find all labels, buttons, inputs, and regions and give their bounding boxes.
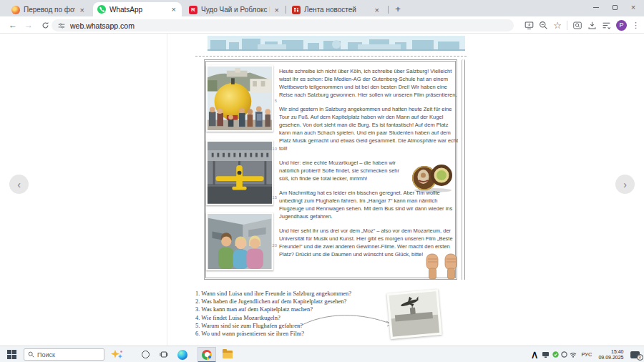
search-input[interactable] (37, 351, 94, 358)
line-number: 15 (270, 195, 277, 200)
tray-app-icon[interactable] (541, 346, 550, 362)
language-indicator[interactable]: РУС (578, 346, 595, 362)
tab-news-feed[interactable]: Лента новостей × (288, 3, 385, 16)
tab-favicon-translate-icon (11, 6, 20, 14)
search-tabs-icon[interactable] (572, 21, 582, 30)
textbook-page-image: Heute schreibe ich nicht über Köln, ich … (195, 36, 474, 343)
downloads-icon[interactable] (587, 21, 597, 30)
taskbar-search[interactable] (24, 348, 104, 361)
start-button[interactable] (7, 350, 16, 359)
bookmark-star-icon[interactable]: ☆ (553, 20, 562, 31)
previous-image-button[interactable]: ‹ (9, 175, 29, 194)
chrome-icon (202, 350, 212, 360)
tab-title: WhatsApp (109, 6, 167, 14)
address-bar[interactable]: web.whatsapp.com (52, 19, 514, 31)
notification-badge: 3 (637, 354, 643, 361)
crossed-fingers-fists-image (424, 253, 460, 280)
cortana-button[interactable] (137, 348, 153, 361)
tray-date: 09.09.2025 (598, 355, 623, 361)
page-roll-edge (462, 59, 465, 280)
window-minimize-button[interactable] (588, 0, 604, 14)
notification-icon: 3 (630, 351, 640, 358)
airplane-photo (386, 289, 441, 339)
browser-tab-strip: Перевод по фото онлайн с ан × WhatsApp ×… (0, 0, 644, 16)
tab-title: Лента новостей (304, 6, 370, 14)
screen: Перевод по фото онлайн с ан × WhatsApp ×… (0, 0, 644, 362)
forward-button[interactable]: → (21, 18, 36, 32)
panel-divider (167, 34, 167, 346)
tab-close-icon[interactable]: × (170, 5, 177, 14)
profile-avatar[interactable]: P (616, 20, 627, 31)
tray-expand-button[interactable]: ∧ (530, 346, 540, 362)
install-app-icon[interactable] (525, 21, 534, 30)
rutube-favicon-icon: R (189, 6, 197, 14)
browser-menu-icon[interactable]: ⋮ (632, 21, 640, 30)
reload-icon (42, 21, 49, 29)
zoom-icon[interactable] (539, 21, 548, 30)
line-number: 5 (270, 99, 277, 103)
reload-button[interactable] (38, 18, 52, 32)
clock[interactable]: 15:40 09.09.2025 (595, 346, 627, 362)
site-settings-icon (58, 22, 65, 29)
toolbar-actions: ☆ P ⋮ (525, 16, 643, 34)
network-icon[interactable] (569, 346, 577, 362)
tab-photo-translate[interactable]: Перевод по фото онлайн с ан × (7, 3, 90, 16)
whatsapp-favicon-icon (97, 5, 106, 14)
chrome-button-active[interactable] (197, 347, 216, 362)
next-image-button[interactable]: › (615, 175, 635, 194)
task-view-icon (160, 351, 168, 358)
back-button[interactable]: ← (6, 18, 20, 32)
minimize-icon (593, 7, 599, 8)
tab-rutube[interactable]: R Чудо Чай и Роблокс Квин пр × (185, 3, 285, 16)
file-explorer-button[interactable] (223, 351, 233, 358)
question-item: 1. Wann sind Luisa und ihre Freunde in S… (195, 290, 404, 298)
friends-mozarteum-photo (206, 212, 273, 270)
tray-antivirus-icon[interactable] (551, 346, 560, 362)
letter-paragraph: Heute schreibe ich nicht über Köln, ich … (279, 67, 459, 99)
tab-separator (388, 6, 389, 14)
tab-title: Чудо Чай и Роблокс Квин пр (201, 6, 270, 14)
toolbar-separator (567, 21, 567, 30)
salzburg-panorama-photo (208, 36, 465, 51)
windows-logo-icon (7, 350, 11, 354)
letter-paragraph: Und hier: eine echte Mozartkugel – die h… (279, 159, 409, 182)
question-item: 2. Was haben die Jugendlichen auf dem Ka… (195, 298, 404, 305)
window-close-button[interactable]: × (625, 0, 641, 14)
cortana-icon (142, 351, 150, 358)
letter-paragraph: Am Nachmittag hat es leider ein bisschen… (279, 189, 459, 220)
mozartkugel-photo (410, 160, 454, 193)
line-number: 10 (270, 147, 277, 151)
tray-time: 15:40 (598, 349, 623, 355)
maximize-icon (613, 5, 618, 10)
kapitelplatz-sphere-photo (206, 65, 273, 132)
tab-title: Перевод по фото онлайн с ан (24, 6, 75, 14)
reading-list-icon[interactable] (602, 21, 611, 30)
tab-close-icon[interactable]: × (79, 6, 86, 14)
edge-icon (177, 350, 187, 360)
whatsapp-image-viewer: ‹ › (0, 34, 644, 346)
edge-button[interactable] (175, 348, 190, 361)
tab-close-icon[interactable]: × (374, 6, 381, 14)
line-number: 20 (270, 243, 277, 248)
notification-center-button[interactable]: 3 (628, 346, 641, 362)
arrow-annotation (297, 308, 397, 334)
news-favicon-icon (292, 6, 301, 14)
task-view-button[interactable] (156, 348, 172, 361)
tab-whatsapp[interactable]: WhatsApp × (93, 2, 182, 16)
copilot-button[interactable] (109, 348, 125, 361)
hangar7-photo (206, 140, 273, 205)
windows-taskbar: ∧ РУС 15:40 09.09.2025 3 (0, 346, 644, 362)
cut-line (195, 56, 467, 57)
copilot-sparkle-icon (109, 349, 124, 361)
tab-close-icon[interactable]: × (273, 6, 280, 14)
url-text: web.whatsapp.com (70, 21, 135, 30)
new-tab-button[interactable]: + (392, 3, 404, 14)
window-maximize-button[interactable] (607, 0, 623, 14)
letter-paragraph: Wir sind gestern in Salzburg angekommen … (279, 105, 459, 152)
search-icon (28, 351, 34, 358)
tray-sync-icon[interactable] (560, 346, 568, 362)
tab-separator (286, 6, 286, 14)
